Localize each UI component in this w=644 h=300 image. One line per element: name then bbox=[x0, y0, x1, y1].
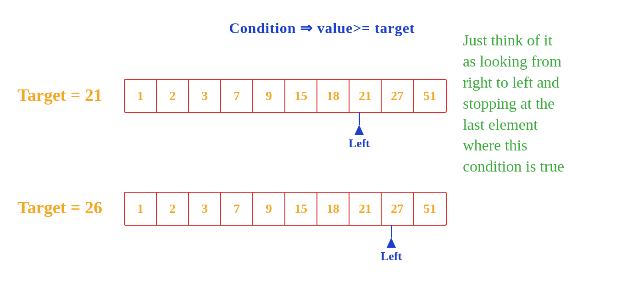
array2-cell-6: 18 bbox=[317, 193, 350, 225]
left-label-1: Left bbox=[349, 137, 370, 150]
array2-cell-4: 9 bbox=[253, 193, 285, 225]
arrow-shaft-2 bbox=[391, 225, 392, 238]
explanation-line2: as looking from bbox=[463, 53, 561, 70]
page-container: Condition ⇒ value>= target Just think of… bbox=[0, 0, 644, 300]
array2-cell-3: 7 bbox=[221, 193, 253, 225]
left-label-2: Left bbox=[381, 250, 402, 263]
target-label-2: Target = 26 bbox=[17, 197, 102, 217]
array2-cell-8: 27 bbox=[382, 193, 414, 225]
array2-cell-7: 21 bbox=[350, 193, 382, 225]
array1-cell-9: 51 bbox=[414, 80, 446, 112]
array1-cell-8: 27 bbox=[382, 80, 414, 112]
array1-cell-0: 1 bbox=[125, 80, 157, 112]
array2-cell-9: 51 bbox=[414, 193, 446, 225]
array1-cell-1: 2 bbox=[157, 80, 189, 112]
explanation-line4: stopping at the bbox=[463, 95, 555, 112]
array1-cell-2: 3 bbox=[189, 80, 221, 112]
array2-cell-1: 2 bbox=[157, 193, 189, 225]
array2-cell-5: 15 bbox=[285, 193, 317, 225]
left-pointer-1: Left bbox=[349, 112, 370, 150]
array1-cell-6: 18 bbox=[317, 80, 350, 112]
target-label-1: Target = 21 bbox=[17, 85, 102, 105]
arrow-shaft-1 bbox=[359, 112, 360, 125]
explanation-line5: last element bbox=[463, 116, 538, 133]
left-pointer-2: Left bbox=[381, 225, 402, 263]
arrow-up-2 bbox=[387, 238, 396, 248]
explanation-line6: where this bbox=[463, 137, 527, 154]
array1-cell-3: 7 bbox=[221, 80, 253, 112]
explanation-text: Just think of it as looking from right t… bbox=[463, 30, 619, 177]
arrow-up-1 bbox=[355, 125, 364, 135]
array1-cell-7: 21 bbox=[350, 80, 382, 112]
array-1: 123791518212751 bbox=[124, 79, 447, 113]
array2-cell-0: 1 bbox=[125, 193, 157, 225]
explanation-line1: Just think of it bbox=[463, 32, 553, 49]
explanation-line7: condition is true bbox=[463, 158, 564, 175]
array-2: 123791518212751 bbox=[124, 192, 447, 226]
array1-cell-4: 9 bbox=[253, 80, 285, 112]
array1-cell-5: 15 bbox=[285, 80, 317, 112]
explanation-line3: right to left and bbox=[463, 74, 560, 91]
array2-cell-2: 3 bbox=[189, 193, 221, 225]
